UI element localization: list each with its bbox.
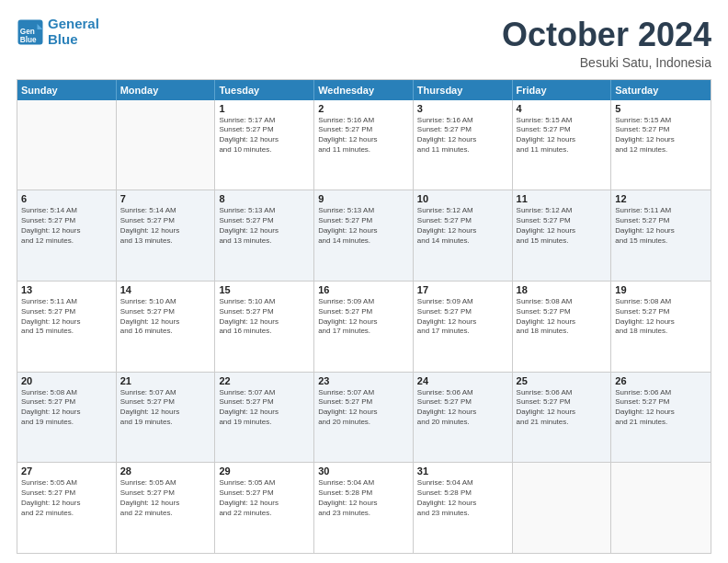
day-number: 28: [120, 465, 211, 477]
day-cell-10: 10Sunrise: 5:12 AM Sunset: 5:27 PM Dayli…: [414, 190, 513, 281]
day-number: 23: [318, 375, 409, 386]
day-cell-14: 14Sunrise: 5:10 AM Sunset: 5:27 PM Dayli…: [117, 282, 216, 372]
day-cell-2: 2Sunrise: 5:16 AM Sunset: 5:27 PM Daylig…: [314, 100, 414, 190]
day-cell-15: 15Sunrise: 5:10 AM Sunset: 5:27 PM Dayli…: [215, 282, 314, 372]
day-number: 10: [417, 193, 508, 204]
calendar-row-1: 1Sunrise: 5:17 AM Sunset: 5:27 PM Daylig…: [17, 100, 711, 190]
day-number: 7: [120, 193, 211, 204]
day-number: 4: [517, 103, 608, 114]
day-cell-20: 20Sunrise: 5:08 AM Sunset: 5:27 PM Dayli…: [17, 373, 117, 463]
calendar: SundayMondayTuesdayWednesdayThursdayFrid…: [17, 79, 711, 554]
day-cell-25: 25Sunrise: 5:06 AM Sunset: 5:27 PM Dayli…: [513, 373, 612, 463]
day-cell-empty-0-1: [117, 100, 216, 190]
day-info: Sunrise: 5:08 AM Sunset: 5:27 PM Dayligh…: [615, 297, 707, 337]
header: Gen Blue General Blue October 2024 Besuk…: [17, 17, 711, 70]
day-cell-11: 11Sunrise: 5:12 AM Sunset: 5:27 PM Dayli…: [513, 190, 612, 281]
day-info: Sunrise: 5:08 AM Sunset: 5:27 PM Dayligh…: [517, 297, 608, 337]
day-number: 29: [219, 465, 310, 477]
day-number: 12: [615, 193, 707, 204]
day-cell-17: 17Sunrise: 5:09 AM Sunset: 5:27 PM Dayli…: [414, 282, 513, 372]
day-cell-3: 3Sunrise: 5:16 AM Sunset: 5:27 PM Daylig…: [414, 100, 513, 190]
title-block: October 2024 Besuki Satu, Indonesia: [502, 17, 711, 70]
day-info: Sunrise: 5:07 AM Sunset: 5:27 PM Dayligh…: [318, 388, 409, 428]
day-cell-1: 1Sunrise: 5:17 AM Sunset: 5:27 PM Daylig…: [215, 100, 314, 190]
weekday-header-wednesday: Wednesday: [314, 80, 414, 100]
day-info: Sunrise: 5:16 AM Sunset: 5:27 PM Dayligh…: [417, 116, 508, 155]
day-cell-8: 8Sunrise: 5:13 AM Sunset: 5:27 PM Daylig…: [215, 190, 314, 281]
day-info: Sunrise: 5:10 AM Sunset: 5:27 PM Dayligh…: [219, 297, 310, 337]
day-info: Sunrise: 5:15 AM Sunset: 5:27 PM Dayligh…: [615, 116, 707, 155]
day-info: Sunrise: 5:06 AM Sunset: 5:27 PM Dayligh…: [517, 388, 608, 428]
day-number: 2: [318, 103, 409, 114]
day-number: 26: [615, 375, 707, 386]
day-info: Sunrise: 5:16 AM Sunset: 5:27 PM Dayligh…: [318, 116, 409, 155]
day-info: Sunrise: 5:14 AM Sunset: 5:27 PM Dayligh…: [21, 206, 112, 246]
day-number: 19: [615, 284, 707, 295]
day-number: 11: [517, 193, 608, 204]
day-cell-9: 9Sunrise: 5:13 AM Sunset: 5:27 PM Daylig…: [314, 190, 414, 281]
day-info: Sunrise: 5:05 AM Sunset: 5:27 PM Dayligh…: [21, 478, 112, 518]
day-number: 14: [120, 284, 211, 295]
day-number: 27: [21, 465, 112, 477]
day-info: Sunrise: 5:11 AM Sunset: 5:27 PM Dayligh…: [615, 206, 707, 246]
day-number: 24: [417, 375, 508, 386]
day-cell-26: 26Sunrise: 5:06 AM Sunset: 5:27 PM Dayli…: [611, 373, 711, 463]
weekday-header-saturday: Saturday: [611, 80, 711, 100]
calendar-row-3: 13Sunrise: 5:11 AM Sunset: 5:27 PM Dayli…: [17, 281, 711, 372]
calendar-row-2: 6Sunrise: 5:14 AM Sunset: 5:27 PM Daylig…: [17, 190, 711, 281]
day-info: Sunrise: 5:05 AM Sunset: 5:27 PM Dayligh…: [120, 478, 211, 518]
weekday-header-friday: Friday: [513, 80, 612, 100]
day-number: 5: [615, 103, 707, 114]
day-cell-21: 21Sunrise: 5:07 AM Sunset: 5:27 PM Dayli…: [117, 373, 216, 463]
day-info: Sunrise: 5:06 AM Sunset: 5:27 PM Dayligh…: [417, 388, 508, 428]
day-info: Sunrise: 5:12 AM Sunset: 5:27 PM Dayligh…: [517, 206, 608, 246]
day-cell-13: 13Sunrise: 5:11 AM Sunset: 5:27 PM Dayli…: [17, 282, 117, 372]
day-number: 13: [21, 284, 112, 295]
day-number: 20: [21, 375, 112, 386]
day-info: Sunrise: 5:07 AM Sunset: 5:27 PM Dayligh…: [120, 388, 211, 428]
day-number: 15: [219, 284, 310, 295]
calendar-header: SundayMondayTuesdayWednesdayThursdayFrid…: [17, 80, 711, 100]
day-cell-empty-4-6: [611, 463, 711, 553]
day-cell-empty-4-5: [513, 463, 612, 553]
day-info: Sunrise: 5:08 AM Sunset: 5:27 PM Dayligh…: [21, 388, 112, 428]
day-info: Sunrise: 5:09 AM Sunset: 5:27 PM Dayligh…: [417, 297, 508, 337]
day-cell-7: 7Sunrise: 5:14 AM Sunset: 5:27 PM Daylig…: [117, 190, 216, 281]
day-info: Sunrise: 5:13 AM Sunset: 5:27 PM Dayligh…: [219, 206, 310, 246]
day-number: 31: [417, 465, 508, 477]
day-info: Sunrise: 5:06 AM Sunset: 5:27 PM Dayligh…: [615, 388, 707, 428]
day-cell-29: 29Sunrise: 5:05 AM Sunset: 5:27 PM Dayli…: [215, 463, 314, 553]
day-info: Sunrise: 5:17 AM Sunset: 5:27 PM Dayligh…: [219, 116, 310, 155]
day-number: 21: [120, 375, 211, 386]
logo-icon: Gen Blue: [17, 18, 44, 46]
weekday-header-thursday: Thursday: [414, 80, 513, 100]
day-cell-28: 28Sunrise: 5:05 AM Sunset: 5:27 PM Dayli…: [117, 463, 216, 553]
weekday-header-sunday: Sunday: [17, 80, 117, 100]
day-cell-5: 5Sunrise: 5:15 AM Sunset: 5:27 PM Daylig…: [611, 100, 711, 190]
page: Gen Blue General Blue October 2024 Besuk…: [0, 0, 728, 563]
day-cell-6: 6Sunrise: 5:14 AM Sunset: 5:27 PM Daylig…: [17, 190, 117, 281]
svg-text:Gen: Gen: [20, 27, 35, 35]
month-title: October 2024: [502, 17, 711, 53]
day-cell-4: 4Sunrise: 5:15 AM Sunset: 5:27 PM Daylig…: [513, 100, 612, 190]
day-cell-27: 27Sunrise: 5:05 AM Sunset: 5:27 PM Dayli…: [17, 463, 117, 553]
day-info: Sunrise: 5:13 AM Sunset: 5:27 PM Dayligh…: [318, 206, 409, 246]
calendar-row-4: 20Sunrise: 5:08 AM Sunset: 5:27 PM Dayli…: [17, 372, 711, 463]
day-info: Sunrise: 5:11 AM Sunset: 5:27 PM Dayligh…: [21, 297, 112, 337]
day-number: 18: [517, 284, 608, 295]
day-cell-12: 12Sunrise: 5:11 AM Sunset: 5:27 PM Dayli…: [611, 190, 711, 281]
day-cell-30: 30Sunrise: 5:04 AM Sunset: 5:28 PM Dayli…: [314, 463, 414, 553]
day-number: 22: [219, 375, 310, 386]
day-cell-empty-0-0: [17, 100, 117, 190]
day-cell-18: 18Sunrise: 5:08 AM Sunset: 5:27 PM Dayli…: [513, 282, 612, 372]
calendar-body: 1Sunrise: 5:17 AM Sunset: 5:27 PM Daylig…: [17, 100, 711, 553]
day-number: 3: [417, 103, 508, 114]
day-cell-24: 24Sunrise: 5:06 AM Sunset: 5:27 PM Dayli…: [414, 373, 513, 463]
day-info: Sunrise: 5:04 AM Sunset: 5:28 PM Dayligh…: [318, 478, 409, 518]
weekday-header-monday: Monday: [117, 80, 216, 100]
day-info: Sunrise: 5:05 AM Sunset: 5:27 PM Dayligh…: [219, 478, 310, 518]
day-info: Sunrise: 5:14 AM Sunset: 5:27 PM Dayligh…: [120, 206, 211, 246]
day-info: Sunrise: 5:10 AM Sunset: 5:27 PM Dayligh…: [120, 297, 211, 337]
day-number: 6: [21, 193, 112, 204]
day-info: Sunrise: 5:09 AM Sunset: 5:27 PM Dayligh…: [318, 297, 409, 337]
